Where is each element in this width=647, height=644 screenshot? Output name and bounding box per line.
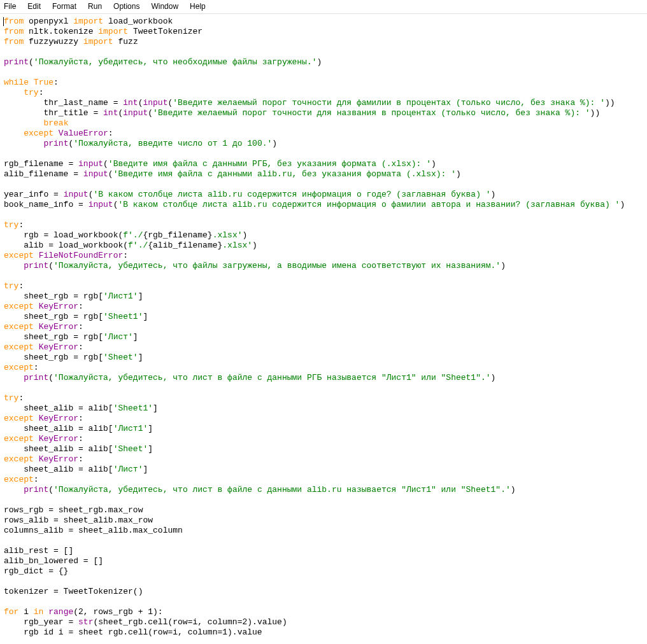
str-thr-title: 'Введите желаемый порог точности для наз… bbox=[153, 108, 590, 118]
code-rows-alib: rows_alib = sheet_alib.max_row bbox=[4, 515, 153, 525]
code-rgb-load: rgb = load_workbook( bbox=[4, 230, 123, 240]
kw-import: import bbox=[83, 37, 113, 46]
builtin-input: input bbox=[143, 98, 167, 108]
exc-keyerror: KeyError bbox=[39, 434, 78, 444]
kw-while: while bbox=[4, 78, 29, 87]
str-intro: 'Пожалуйста, убедитесь, что необходимые … bbox=[34, 57, 317, 67]
str-rgb-file: 'Введите имя файла с данными РГБ, без ук… bbox=[108, 159, 431, 169]
str-alib-sheet-err: 'Пожалуйста, убедитесь, что лист в файле… bbox=[53, 485, 511, 494]
mod-fuzz: fuzz bbox=[118, 37, 138, 46]
builtin-print: print bbox=[43, 139, 68, 148]
code-rows-rgb: rows_rgb = sheet_rgb.max_row bbox=[4, 505, 143, 515]
code-rgb-dict: rgb_dict = {} bbox=[4, 566, 68, 576]
exc-keyerror: KeyError bbox=[39, 342, 78, 352]
str-year-info: 'В каком столбце листа alib.ru содержитс… bbox=[93, 190, 490, 199]
str-rgb-sheet-err: 'Пожалуйста, убедитесь, что лист в файле… bbox=[53, 373, 491, 382]
builtin-str: str bbox=[78, 617, 93, 627]
kw-in: in bbox=[34, 607, 44, 617]
kw-try: try bbox=[4, 281, 18, 291]
exc-keyerror: KeyError bbox=[39, 414, 78, 423]
kw-try: try bbox=[4, 220, 18, 230]
code-sheet-alib: sheet_alib = alib[ bbox=[4, 465, 113, 474]
str-thr-last: 'Введите желаемый порог точности для фам… bbox=[173, 98, 605, 108]
exc-keyerror: KeyError bbox=[39, 322, 78, 332]
kw-for: for bbox=[4, 607, 18, 617]
exc-valueerror: ValueError bbox=[59, 129, 108, 138]
menu-options[interactable]: Options bbox=[112, 1, 141, 11]
mod-nltk-tokenize: nltk.tokenize bbox=[29, 27, 93, 36]
kw-except: except bbox=[4, 414, 34, 423]
kw-except: except bbox=[4, 434, 34, 444]
kw-except: except bbox=[4, 342, 34, 352]
code-sheet-alib: sheet_alib = alib[ bbox=[4, 444, 113, 454]
exc-keyerror: KeyError bbox=[39, 454, 78, 464]
kw-break: break bbox=[43, 118, 68, 128]
kw-except: except bbox=[4, 363, 34, 372]
mod-openpyxl: openpyxl bbox=[29, 17, 68, 26]
menu-format[interactable]: Format bbox=[51, 1, 78, 11]
builtin-print: print bbox=[24, 485, 48, 494]
code-cols-alib: columns_alib = sheet_alib.max_column bbox=[4, 526, 183, 535]
menu-window[interactable]: Window bbox=[150, 1, 180, 11]
code-sheet-rgb: sheet_rgb = rgb[ bbox=[4, 312, 103, 321]
kw-except: except bbox=[24, 129, 53, 138]
mod-tweettokenizer: TweetTokenizer bbox=[133, 27, 203, 36]
code-alib-filename: alib_filename = bbox=[4, 169, 83, 179]
code-alib-load: alib = load_workbook( bbox=[4, 241, 128, 250]
kw-import: import bbox=[98, 27, 128, 36]
menu-file[interactable]: File bbox=[3, 1, 17, 11]
kw-try: try bbox=[24, 88, 38, 97]
builtin-input: input bbox=[64, 190, 89, 199]
kw-true: True bbox=[34, 78, 53, 87]
code-sheet-alib: sheet_alib = alib[ bbox=[4, 424, 113, 433]
builtin-range: range bbox=[48, 607, 73, 617]
menu-run[interactable]: Run bbox=[87, 1, 103, 11]
code-tokenizer: tokenizer = TweetTokenizer() bbox=[4, 587, 143, 596]
code-sheet-rgb: sheet_rgb = rgb[ bbox=[4, 291, 103, 301]
menu-edit[interactable]: Edit bbox=[26, 1, 42, 11]
code-sheet-alib: sheet_alib = alib[ bbox=[4, 403, 113, 413]
exc-filenotfound: FileNotFoundError bbox=[39, 251, 124, 260]
code-year-info: year_info = bbox=[4, 190, 64, 199]
menu-help[interactable]: Help bbox=[188, 1, 207, 11]
code-editor[interactable]: from openpyxl import load_workbook from … bbox=[0, 14, 647, 643]
kw-except: except bbox=[4, 454, 34, 464]
code-rgb-filename: rgb_filename = bbox=[4, 159, 78, 169]
kw-except: except bbox=[4, 475, 34, 484]
kw-import: import bbox=[73, 17, 103, 26]
code-alib-rest: alib_rest = [] bbox=[4, 546, 73, 556]
builtin-input: input bbox=[83, 169, 108, 179]
kw-try: try bbox=[4, 393, 18, 403]
str-fnf: 'Пожалуйста, убедитесь, что файлы загруж… bbox=[53, 261, 501, 270]
kw-except: except bbox=[4, 251, 34, 260]
builtin-print: print bbox=[24, 373, 48, 382]
exc-keyerror: KeyError bbox=[39, 302, 78, 311]
str-book-name-info: 'В каком столбце листа alib.ru содержитс… bbox=[118, 200, 620, 209]
builtin-print: print bbox=[24, 261, 48, 270]
code-thr-title: thr_title = bbox=[4, 108, 103, 118]
mod-fuzzywuzzy: fuzzywuzzy bbox=[29, 37, 78, 46]
str-alib-file: 'Введите имя файла с данными alib.ru, бе… bbox=[113, 169, 456, 179]
mod-load-workbook: load_workbook bbox=[108, 17, 173, 26]
builtin-input: input bbox=[89, 200, 113, 209]
kw-from: from bbox=[4, 17, 24, 26]
builtin-int: int bbox=[103, 108, 118, 118]
kw-from: from bbox=[4, 27, 24, 36]
builtin-input: input bbox=[78, 159, 103, 169]
kw-from: from bbox=[4, 37, 24, 46]
code-alib-bn: alib_bn_lowered = [] bbox=[4, 556, 103, 566]
code-rgb-id: rgb id i = sheet rgb.cell(row=i, column=… bbox=[4, 627, 262, 637]
code-sheet-rgb: sheet_rgb = rgb[ bbox=[4, 353, 103, 362]
kw-except: except bbox=[4, 322, 34, 332]
str-valerr: 'Пожалуйста, введите число от 1 до 100.' bbox=[73, 139, 272, 148]
builtin-int: int bbox=[123, 98, 138, 108]
code-thr-last-name: thr_last_name = bbox=[4, 98, 123, 108]
kw-except: except bbox=[4, 302, 34, 311]
builtin-print: print bbox=[4, 57, 29, 67]
menu-bar: File Edit Format Run Options Window Help bbox=[0, 0, 647, 14]
code-rgb-year: rgb_year = bbox=[4, 617, 78, 627]
code-sheet-rgb: sheet_rgb = rgb[ bbox=[4, 332, 103, 342]
builtin-input: input bbox=[123, 108, 148, 118]
code-book-name-info: book_name_info = bbox=[4, 200, 89, 209]
code-range-args: (2, rows_rgb + 1): bbox=[73, 607, 162, 617]
